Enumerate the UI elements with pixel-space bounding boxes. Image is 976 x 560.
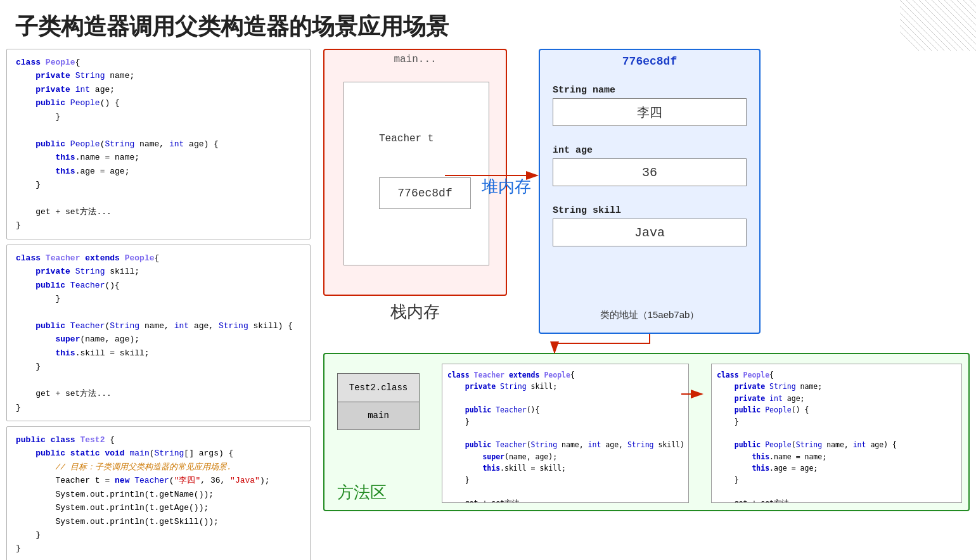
stack-label-top: main... xyxy=(394,54,436,65)
heap-field-name-value: 李四 xyxy=(553,98,747,126)
heap-field-age-value: 36 xyxy=(553,158,747,186)
code-panel-test2: public class Test2 { public static void … xyxy=(6,426,311,560)
main-content: class People{ private String name; priva… xyxy=(0,49,976,560)
svg-line-7 xyxy=(970,0,976,6)
heap-memory-box: 776ec8df String name 李四 int age 36 Strin… xyxy=(539,49,761,334)
stack-addr-box: 776ec8df xyxy=(379,177,471,209)
test2-class-bottom: main xyxy=(338,402,419,430)
svg-line-11 xyxy=(913,0,963,51)
code-panel-people: class People{ private String name; priva… xyxy=(6,49,311,239)
people-method-code: class People{ private String name; priva… xyxy=(717,369,956,503)
right-diagram: main... Teacher t 776ec8df 栈内存 776ec8df … xyxy=(317,49,970,560)
people-code-box-method: class People{ private String name; priva… xyxy=(711,364,962,503)
heap-field-name: String name 李四 xyxy=(553,85,747,126)
teacher-method-code: class Teacher extends People{ private St… xyxy=(447,369,683,503)
svg-line-16 xyxy=(900,19,932,51)
test2-class-box: Test2.class main xyxy=(337,373,420,430)
svg-line-2 xyxy=(938,0,976,38)
heap-id: 776ec8df xyxy=(622,55,677,68)
code-test2: public class Test2 { public static void … xyxy=(16,433,301,556)
test2-class-top: Test2.class xyxy=(338,374,419,402)
svg-line-8 xyxy=(932,0,976,44)
heap-field-skill-value: Java xyxy=(553,219,747,246)
heap-field-skill-label: String skill xyxy=(553,205,747,216)
svg-line-9 xyxy=(925,0,976,51)
stack-inner-box: Teacher t 776ec8df xyxy=(344,82,489,265)
svg-line-10 xyxy=(919,0,970,51)
code-people: class People{ private String name; priva… xyxy=(16,56,301,232)
heap-field-skill: String skill Java xyxy=(553,205,747,246)
svg-line-3 xyxy=(944,0,976,32)
stack-memory-box: main... Teacher t 776ec8df 栈内存 xyxy=(323,49,507,296)
svg-line-13 xyxy=(900,0,951,51)
code-teacher: class Teacher extends People{ private St… xyxy=(16,251,301,414)
svg-line-17 xyxy=(900,25,925,51)
code-panel-teacher: class Teacher extends People{ private St… xyxy=(6,245,311,421)
teacher-code-box-method: class Teacher extends People{ private St… xyxy=(442,364,689,503)
method-area-box: 方法区 Test2.class main class Teacher exten… xyxy=(323,353,970,511)
teacher-t-label: Teacher t xyxy=(379,133,433,144)
svg-line-4 xyxy=(951,0,976,25)
heap-class-addr: 类的地址（15aeb7ab） xyxy=(600,309,700,321)
left-panels: class People{ private String name; priva… xyxy=(6,49,311,560)
heap-field-age: int age 36 xyxy=(553,145,747,186)
page-title: 子类构造器调用父类构造器的场景应用场景 xyxy=(0,0,976,49)
svg-line-6 xyxy=(963,0,976,13)
method-area-label: 方法区 xyxy=(337,481,387,504)
stack-label-bottom: 栈内存 xyxy=(390,301,440,323)
heap-field-name-label: String name xyxy=(553,85,747,96)
svg-line-12 xyxy=(906,0,957,51)
heap-label: 堆内存 xyxy=(482,175,531,198)
heap-field-age-label: int age xyxy=(553,145,747,156)
svg-line-15 xyxy=(900,13,938,51)
deco-hatch xyxy=(900,0,976,51)
svg-line-14 xyxy=(900,6,944,51)
arrow-heap-to-method xyxy=(555,334,650,353)
